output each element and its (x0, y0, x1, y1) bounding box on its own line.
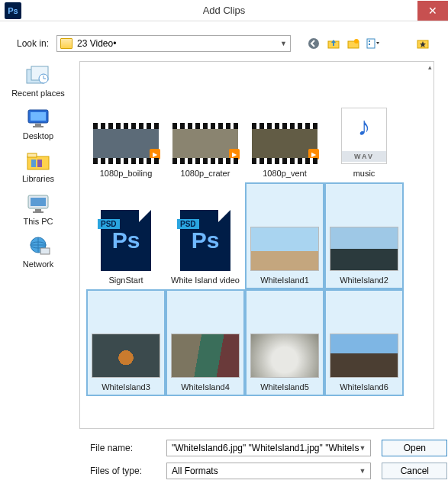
image-thumbnail (92, 334, 160, 378)
file-item[interactable]: ▶1080p_boiling (86, 76, 166, 182)
folder-icon (60, 38, 73, 49)
filename-input[interactable]: "WhiteIsland6.jpg" "WhiteIsland1.jpg" "W… (166, 440, 371, 456)
filetype-dropdown[interactable]: All Formats ▼ (166, 463, 371, 479)
file-item[interactable]: PSDPsWhite Island video (166, 182, 245, 289)
sidebar-item-network[interactable]: Network (23, 235, 53, 269)
image-thumbnail (250, 334, 319, 378)
audio-thumbnail: ♪WAV (341, 108, 387, 164)
file-label: 1080p_crater (170, 169, 240, 178)
image-thumbnail (330, 334, 398, 378)
svg-rect-6 (369, 44, 370, 45)
svg-rect-25 (40, 248, 50, 254)
psd-thumbnail: PSDPs (180, 210, 230, 271)
svg-rect-5 (369, 40, 370, 42)
play-icon: ▶ (150, 149, 160, 160)
filetype-label: Files of type: (90, 466, 156, 476)
back-icon[interactable] (306, 36, 321, 51)
image-thumbnail (250, 227, 319, 271)
sidebar-item-thispc[interactable]: This PC (23, 192, 53, 226)
file-item[interactable]: ♪WAVmusic (324, 76, 404, 182)
svg-point-0 (308, 38, 319, 49)
app-icon: Ps (5, 2, 21, 19)
file-item[interactable]: WhiteIsland4 (166, 289, 245, 396)
file-label: 1080p_vent (250, 169, 320, 178)
file-label: WhiteIsland1 (250, 276, 320, 285)
new-folder-icon[interactable] (346, 36, 361, 51)
file-label: music (329, 169, 399, 178)
cancel-button[interactable]: Cancel (382, 463, 447, 479)
view-menu-icon[interactable] (366, 36, 381, 51)
svg-rect-21 (35, 209, 41, 211)
file-label: WhiteIsland5 (250, 382, 320, 392)
dialog-title: Add Clips (0, 5, 448, 16)
video-thumbnail: ▶ (252, 123, 317, 164)
lookin-toolbar: Look in: 23 Video• ▼ (0, 21, 448, 58)
play-icon: ▶ (229, 149, 240, 160)
sidebar-item-label: Recent places (11, 89, 65, 98)
file-label: WhiteIsland2 (329, 276, 399, 285)
svg-rect-22 (33, 211, 44, 213)
file-item[interactable]: WhiteIsland6 (324, 289, 404, 396)
favorites-icon[interactable] (416, 36, 431, 51)
svg-rect-20 (31, 198, 46, 206)
file-label: WhiteIsland4 (170, 382, 240, 392)
chevron-down-icon: ▼ (280, 40, 287, 47)
file-label: WhiteIsland6 (329, 382, 399, 392)
file-label: WhiteIsland3 (91, 382, 161, 392)
psd-badge: PSD (98, 219, 120, 229)
filename-value: "WhiteIsland6.jpg" "WhiteIsland1.jpg" "W… (172, 443, 359, 453)
sidebar-item-recent[interactable]: Recent places (11, 64, 65, 98)
close-button[interactable]: ✕ (417, 1, 448, 21)
image-thumbnail (171, 334, 240, 378)
file-item[interactable]: WhiteIsland1 (245, 182, 324, 289)
sidebar-item-label: Desktop (23, 131, 53, 140)
file-item[interactable]: WhiteIsland3 (86, 289, 166, 396)
file-label: 1080p_boiling (91, 169, 161, 178)
svg-rect-13 (35, 124, 41, 126)
file-item[interactable]: ▶1080p_vent (245, 76, 324, 182)
svg-rect-14 (33, 126, 44, 127)
svg-rect-16 (27, 153, 37, 157)
psd-thumbnail: PSDPs (101, 210, 151, 271)
sidebar-item-label: This PC (23, 217, 53, 226)
file-item[interactable]: ▶1080p_crater (166, 76, 245, 182)
video-thumbnail: ▶ (93, 123, 159, 164)
wav-badge: WAV (342, 151, 386, 162)
sidebar-item-label: Network (23, 260, 53, 269)
open-button[interactable]: Open (382, 440, 447, 456)
scroll-up-icon[interactable]: ▴ (428, 63, 432, 71)
svg-rect-17 (31, 160, 36, 167)
places-sidebar: Recent places Desktop Libraries This PC … (0, 58, 76, 432)
ps-logo: Ps (192, 227, 220, 253)
svg-rect-4 (367, 39, 375, 48)
file-item[interactable]: WhiteIsland5 (245, 289, 324, 396)
sidebar-item-libraries[interactable]: Libraries (22, 150, 54, 183)
svg-rect-12 (31, 112, 46, 121)
file-item[interactable]: WhiteIsland2 (324, 182, 404, 289)
sidebar-item-label: Libraries (22, 174, 54, 183)
lookin-dropdown[interactable]: 23 Video• ▼ (56, 35, 291, 52)
psd-badge: PSD (177, 219, 199, 229)
chevron-down-icon: ▼ (359, 444, 366, 452)
file-list[interactable]: ▴ ▶1080p_boiling▶1080p_crater▶1080p_vent… (79, 61, 434, 429)
music-note-icon: ♪ (358, 113, 371, 139)
filetype-value: All Formats (172, 466, 359, 476)
file-label: SignStart (91, 276, 161, 285)
video-thumbnail: ▶ (172, 123, 238, 164)
lookin-value: 23 Video• (77, 38, 280, 49)
chevron-down-icon: ▼ (359, 467, 366, 475)
image-thumbnail (330, 227, 398, 271)
svg-point-3 (354, 39, 359, 44)
file-item[interactable]: PSDPsSignStart (86, 182, 166, 289)
file-label: White Island video (170, 276, 240, 285)
sidebar-item-desktop[interactable]: Desktop (23, 107, 53, 140)
ps-logo: Ps (112, 227, 140, 253)
svg-rect-18 (37, 160, 42, 167)
up-folder-icon[interactable] (326, 36, 341, 51)
filename-label: File name: (90, 443, 156, 453)
titlebar: Ps Add Clips ✕ (0, 0, 448, 21)
lookin-label: Look in: (17, 38, 49, 49)
play-icon: ▶ (308, 149, 319, 160)
